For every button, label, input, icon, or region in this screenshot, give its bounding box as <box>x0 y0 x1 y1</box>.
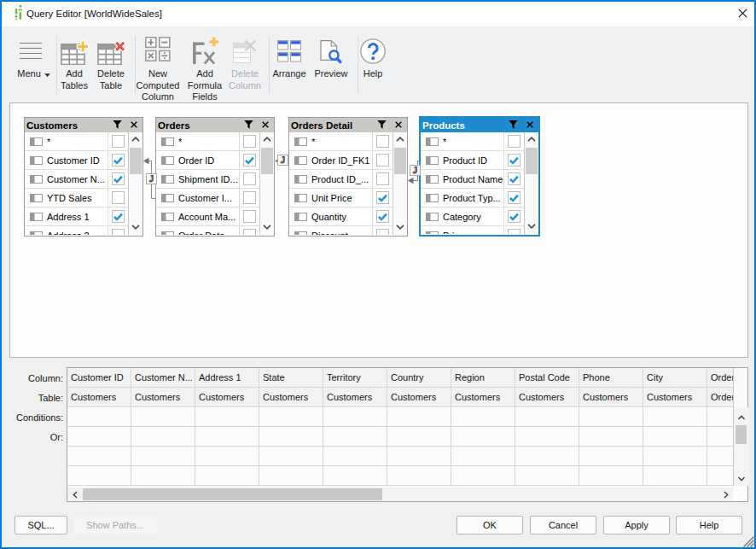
field-row[interactable]: Address 2 <box>25 226 128 235</box>
field-row[interactable]: * <box>289 132 393 151</box>
scroll-down-icon[interactable] <box>131 225 140 230</box>
join-badge[interactable]: J <box>146 173 157 184</box>
grid-cell[interactable] <box>67 447 131 466</box>
scrollbar-thumb[interactable] <box>394 148 406 174</box>
table-header[interactable]: Orders <box>156 118 274 132</box>
grid-cell-column[interactable]: Customer N... <box>131 368 195 388</box>
field-row[interactable]: Product ID_... <box>289 170 393 189</box>
scroll-up-icon[interactable] <box>737 415 745 420</box>
grid-cell[interactable] <box>387 466 451 486</box>
help-button[interactable]: Help <box>352 26 393 104</box>
grid-cell-table[interactable]: Customers <box>579 388 643 407</box>
grid-cell-or[interactable] <box>323 427 387 447</box>
field-checkbox[interactable] <box>239 226 259 235</box>
grid-cell-column[interactable]: Customer ID <box>67 368 131 388</box>
grid-cell[interactable] <box>643 466 707 486</box>
field-row[interactable]: Category <box>421 207 524 226</box>
grid-cell[interactable] <box>195 466 259 486</box>
field-row[interactable]: * <box>25 132 128 151</box>
grid-cell[interactable] <box>451 466 515 486</box>
table-header[interactable]: Products <box>421 118 538 132</box>
field-row[interactable]: Customer ID <box>25 151 128 170</box>
window-close-button[interactable] <box>733 3 752 22</box>
filter-icon[interactable] <box>509 120 518 129</box>
grid-cell-conditions[interactable] <box>323 407 387 427</box>
scroll-right-icon[interactable] <box>718 488 733 501</box>
field-row[interactable]: Price <box>421 226 524 234</box>
grid-cell-conditions[interactable] <box>643 407 707 427</box>
grid-cell-column[interactable]: Phone <box>579 368 643 388</box>
field-checkbox[interactable] <box>108 207 128 225</box>
grid-cell-column[interactable]: Territory <box>323 368 387 388</box>
filter-icon[interactable] <box>244 120 253 129</box>
grid-cell-or[interactable] <box>259 427 323 447</box>
filter-icon[interactable] <box>377 120 387 129</box>
field-checkbox[interactable] <box>372 170 393 188</box>
grid-cell[interactable] <box>643 447 707 466</box>
grid-cell-table[interactable]: Customers <box>323 388 387 407</box>
scroll-up-icon[interactable] <box>396 137 404 142</box>
help-dialog-button[interactable]: Help <box>676 516 742 534</box>
scroll-up-icon[interactable] <box>131 137 140 142</box>
field-row[interactable]: Customer N... <box>25 170 128 189</box>
grid-cell-or[interactable] <box>579 427 643 447</box>
grid-cell-table[interactable]: Customers <box>643 388 707 407</box>
grid-cell-table[interactable]: Customers <box>259 388 323 407</box>
grid-cell-or[interactable] <box>707 427 733 447</box>
grid-cell[interactable] <box>131 447 195 466</box>
scroll-down-icon[interactable] <box>527 224 536 229</box>
resize-grip[interactable] <box>743 536 754 547</box>
grid-cell-conditions[interactable] <box>707 407 733 427</box>
grid-cell-column[interactable]: Address 1 <box>195 368 259 388</box>
field-checkbox[interactable] <box>503 189 524 207</box>
field-checkbox[interactable] <box>108 132 128 150</box>
field-checkbox[interactable] <box>503 151 524 169</box>
scrollbar-thumb[interactable] <box>261 148 273 174</box>
grid-cell[interactable] <box>451 447 515 466</box>
delete-table-button[interactable]: Delete Table <box>89 26 133 104</box>
table-window-customers[interactable]: Customers * Customer ID Customer N... YT… <box>24 117 143 237</box>
field-checkbox[interactable] <box>239 207 259 225</box>
preview-button[interactable]: Preview <box>309 26 353 104</box>
table-window-products[interactable]: Products * Product ID Product Name Produ… <box>419 116 540 237</box>
grid-cell[interactable] <box>195 447 259 466</box>
field-row[interactable]: Discount <box>289 226 393 235</box>
scrollbar-thumb[interactable] <box>736 425 747 444</box>
scrollbar-thumb[interactable] <box>83 488 382 500</box>
table-scrollbar[interactable] <box>128 132 142 235</box>
field-row[interactable]: Address 1 <box>25 207 128 226</box>
grid-cell-column[interactable]: City <box>643 368 707 388</box>
field-row[interactable]: * <box>156 132 259 151</box>
menu-button[interactable]: Menu <box>9 26 53 104</box>
field-row[interactable]: Product ID <box>421 151 524 170</box>
field-row[interactable]: * <box>421 132 524 151</box>
scroll-up-icon[interactable] <box>263 137 271 142</box>
grid-cell-or[interactable] <box>67 427 131 447</box>
grid-cell[interactable] <box>323 466 387 486</box>
grid-cell[interactable] <box>579 447 643 466</box>
table-close-icon[interactable] <box>395 121 402 128</box>
scrollbar-thumb[interactable] <box>130 148 142 174</box>
field-row[interactable]: Quantity <box>289 207 393 226</box>
field-checkbox[interactable] <box>372 207 393 225</box>
show-paths-button[interactable]: Show Paths... <box>73 516 158 534</box>
grid-cell[interactable] <box>515 447 579 466</box>
grid-cell-conditions[interactable] <box>579 407 643 427</box>
table-close-icon[interactable] <box>131 121 137 128</box>
table-scrollbar[interactable] <box>393 132 407 235</box>
table-close-icon[interactable] <box>262 121 269 128</box>
grid-horizontal-scrollbar[interactable] <box>67 488 733 501</box>
sql-button[interactable]: SQL... <box>15 516 67 534</box>
table-scrollbar[interactable] <box>259 132 274 235</box>
scroll-down-icon[interactable] <box>737 476 745 482</box>
grid-cell[interactable] <box>579 466 643 486</box>
grid-cell-or[interactable] <box>451 427 515 447</box>
table-header[interactable]: Customers <box>25 118 142 132</box>
field-checkbox[interactable] <box>372 189 393 207</box>
grid-cell-or[interactable] <box>131 427 195 447</box>
field-row[interactable]: Customer I... <box>156 189 259 207</box>
field-row[interactable]: Order ID <box>156 151 259 170</box>
field-checkbox[interactable] <box>108 226 128 235</box>
ok-button[interactable]: OK <box>457 516 523 534</box>
scroll-up-icon[interactable] <box>527 137 536 142</box>
